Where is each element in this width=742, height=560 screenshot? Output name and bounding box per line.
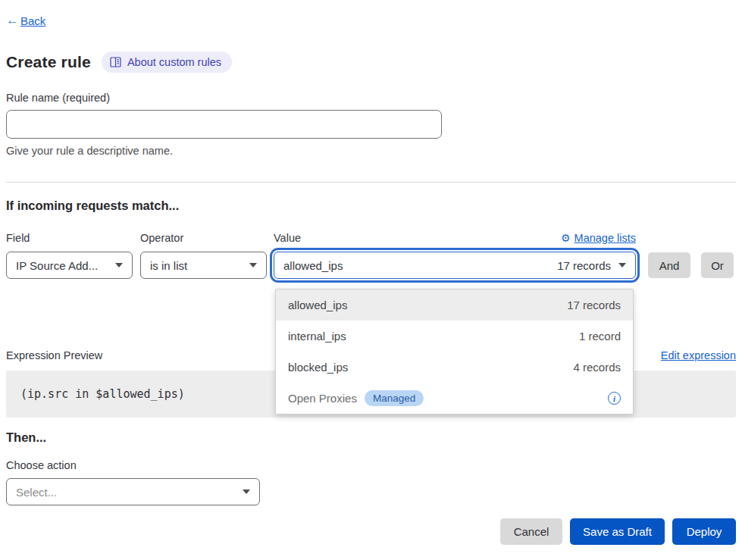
value-select[interactable]: allowed_ips 17 records — [274, 252, 636, 279]
field-select-value: IP Source Add... — [16, 259, 98, 272]
option-name: internal_ips — [288, 330, 346, 343]
back-link[interactable]: ← Back — [6, 13, 45, 28]
field-label: Field — [6, 232, 30, 244]
operator-select-value: is in list — [150, 259, 187, 272]
manage-lists-link[interactable]: ⚙ Manage lists — [561, 232, 636, 244]
value-column: Value ⚙ Manage lists allowed_ips 17 reco… — [274, 230, 636, 279]
edit-expression-link[interactable]: Edit expression — [661, 349, 736, 361]
info-icon[interactable]: i — [608, 392, 621, 405]
cancel-button[interactable]: Cancel — [500, 518, 562, 545]
chevron-down-icon — [618, 263, 626, 267]
operator-label: Operator — [140, 232, 183, 244]
rule-name-helper: Give your rule a descriptive name. — [6, 145, 736, 157]
chevron-down-icon — [243, 490, 250, 494]
create-rule-page: ← Back Create rule About custom rules Ru… — [0, 0, 742, 560]
rule-name-label: Rule name (required) — [6, 92, 736, 104]
deploy-button[interactable]: Deploy — [672, 518, 736, 545]
option-record-count: 1 record — [579, 330, 621, 343]
chevron-down-icon — [115, 263, 123, 267]
option-record-count: 4 records — [573, 361, 621, 374]
about-custom-rules-link[interactable]: About custom rules — [102, 52, 232, 73]
option-name: blocked_ips — [288, 361, 348, 374]
footer-actions: Cancel Save as Draft Deploy — [500, 518, 736, 545]
save-as-draft-button[interactable]: Save as Draft — [570, 518, 665, 545]
then-section-heading: Then... — [6, 430, 736, 445]
option-record-count: 17 records — [567, 299, 621, 311]
value-label: Value — [274, 232, 301, 244]
dropdown-option-internal-ips[interactable]: internal_ips 1 record — [276, 321, 633, 352]
option-name: allowed_ips — [288, 299, 347, 311]
dropdown-option-open-proxies[interactable]: Open Proxies Managed i — [276, 383, 633, 414]
page-title: Create rule — [6, 53, 91, 71]
about-badge-label: About custom rules — [127, 56, 221, 68]
or-button[interactable]: Or — [701, 252, 734, 278]
list-dropdown-panel: allowed_ips 17 records internal_ips 1 re… — [275, 289, 634, 415]
section-divider — [6, 182, 736, 183]
back-label: Back — [20, 14, 45, 27]
dropdown-option-allowed-ips[interactable]: allowed_ips 17 records — [276, 289, 633, 321]
back-row: ← Back — [6, 0, 736, 28]
title-row: Create rule About custom rules — [6, 52, 736, 73]
expression-preview-label: Expression Preview — [6, 349, 102, 361]
condition-row: Field IP Source Add... Operator is in li… — [6, 230, 736, 279]
expression-code: (ip.src in $allowed_ips) — [20, 387, 185, 401]
operator-column: Operator is in list — [140, 230, 267, 279]
managed-badge: Managed — [365, 390, 424, 406]
back-arrow-icon: ← — [6, 13, 19, 28]
operator-select[interactable]: is in list — [140, 252, 267, 279]
and-button[interactable]: And — [648, 252, 690, 278]
gear-icon: ⚙ — [561, 232, 571, 244]
field-select[interactable]: IP Source Add... — [6, 252, 133, 279]
rule-name-input[interactable] — [6, 110, 442, 139]
manage-lists-label: Manage lists — [575, 232, 636, 244]
option-name: Open Proxies — [288, 392, 357, 405]
value-select-meta: 17 records — [557, 259, 611, 272]
value-select-value: allowed_ips — [283, 259, 343, 272]
match-section-heading: If incoming requests match... — [6, 199, 736, 213]
andor-buttons: And Or — [648, 252, 734, 278]
action-select-placeholder: Select... — [16, 486, 57, 499]
book-icon — [110, 57, 121, 67]
field-column: Field IP Source Add... — [6, 230, 133, 279]
dropdown-option-blocked-ips[interactable]: blocked_ips 4 records — [276, 352, 633, 383]
action-select[interactable]: Select... — [6, 478, 260, 505]
choose-action-label: Choose action — [6, 459, 736, 471]
chevron-down-icon — [249, 263, 257, 267]
